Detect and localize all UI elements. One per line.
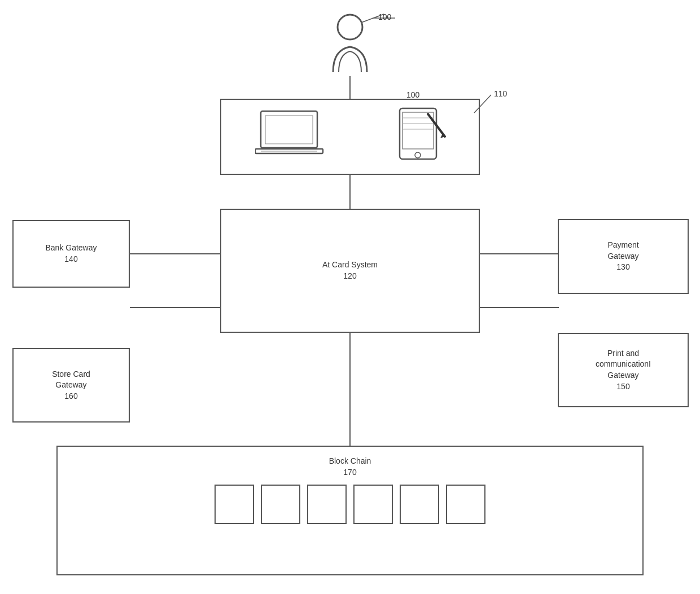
device-box <box>220 99 480 175</box>
chain-block-5 <box>400 485 439 524</box>
chain-block-3 <box>307 485 347 524</box>
print-comm-label: Print and communicationI Gateway 150 <box>596 348 651 392</box>
diagram: 100 <box>0 0 700 594</box>
svg-rect-11 <box>265 116 313 144</box>
svg-point-7 <box>338 15 362 39</box>
blockchain-label: Block Chain 170 <box>329 456 371 478</box>
store-card-label: Store Card Gateway 160 <box>52 369 90 402</box>
svg-point-19 <box>415 152 421 158</box>
bank-gateway-box: Bank Gateway 140 <box>12 220 130 288</box>
store-card-gateway-box: Store Card Gateway 160 <box>12 348 130 423</box>
payment-gateway-label: Payment Gateway 130 <box>607 240 638 273</box>
blockchain-blocks <box>215 485 485 524</box>
print-comm-gateway-box: Print and communicationI Gateway 150 <box>558 333 689 407</box>
chain-block-1 <box>215 485 254 524</box>
person-number: 100 <box>378 12 391 21</box>
label-110: 100 <box>406 90 419 99</box>
atcard-system-box: At Card System 120 <box>220 209 480 333</box>
payment-gateway-box: Payment Gateway 130 <box>558 219 689 294</box>
atcard-label: At Card System 120 <box>322 259 378 281</box>
chain-block-2 <box>261 485 300 524</box>
person-icon <box>327 10 373 80</box>
label-110-text: 110 <box>494 89 507 98</box>
chain-block-6 <box>446 485 485 524</box>
chain-block-4 <box>353 485 393 524</box>
svg-rect-14 <box>400 108 436 159</box>
blockchain-box: Block Chain 170 <box>56 446 644 575</box>
svg-rect-10 <box>261 111 317 148</box>
bank-gateway-label: Bank Gateway 140 <box>45 243 97 265</box>
